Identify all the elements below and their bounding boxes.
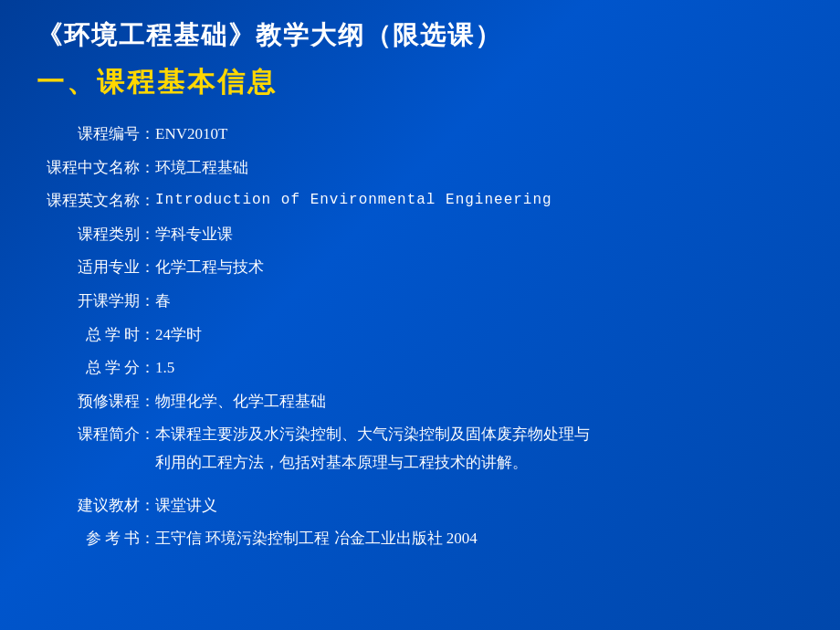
field-label: 开课学期： xyxy=(37,285,155,319)
info-row: 总 学 时：24学时 xyxy=(37,319,803,352)
field-label: 适用专业： xyxy=(37,251,155,285)
info-row: 总 学 分：1.5 xyxy=(37,352,803,385)
field-label: 课程英文名称： xyxy=(37,184,155,218)
field-value: Introduction of Environmental Engineerin… xyxy=(155,184,803,218)
info-table: 课程编号：ENV2010T课程中文名称：环境工程基础课程英文名称：Introdu… xyxy=(37,118,803,556)
info-row: 参 考 书：王守信 环境污染控制工程 冶金工业出版社 2004 xyxy=(37,522,803,556)
field-value: 物理化学、化学工程基础 xyxy=(155,385,803,419)
field-label: 预修课程： xyxy=(37,385,155,419)
field-value: 24学时 xyxy=(155,319,803,352)
page-title: 《环境工程基础》教学大纲（限选课） xyxy=(37,18,803,53)
field-value: 化学工程与技术 xyxy=(155,251,803,285)
field-label: 课程类别： xyxy=(37,218,155,252)
field-value: 课堂讲义 xyxy=(155,489,803,523)
info-row: 适用专业：化学工程与技术 xyxy=(37,251,803,285)
field-value: 环境工程基础 xyxy=(155,152,803,185)
field-value: ENV2010T xyxy=(155,118,803,152)
field-value: 本课程主要涉及水污染控制、大气污染控制及固体废弃物处理与利用的工程方法，包括对基… xyxy=(155,418,803,479)
info-row: 预修课程：物理化学、化学工程基础 xyxy=(37,385,803,419)
info-row: 课程简介：本课程主要涉及水污染控制、大气污染控制及固体废弃物处理与利用的工程方法… xyxy=(37,418,803,479)
field-value: 王守信 环境污染控制工程 冶金工业出版社 2004 xyxy=(155,522,803,556)
info-row: 课程英文名称：Introduction of Environmental Eng… xyxy=(37,184,803,218)
field-value: 春 xyxy=(155,285,803,319)
info-row: 开课学期：春 xyxy=(37,285,803,319)
field-label: 总 学 分： xyxy=(37,352,155,385)
info-row: 课程中文名称：环境工程基础 xyxy=(37,152,803,185)
field-value: 1.5 xyxy=(155,352,803,385)
info-row: 课程编号：ENV2010T xyxy=(37,118,803,152)
field-label: 课程中文名称： xyxy=(37,152,155,185)
field-label: 参 考 书： xyxy=(37,522,155,556)
field-label: 建议教材： xyxy=(37,489,155,523)
spacer-row xyxy=(37,480,803,489)
field-value: 学科专业课 xyxy=(155,218,803,252)
field-label: 课程简介： xyxy=(37,418,155,479)
field-label: 课程编号： xyxy=(37,118,155,152)
info-row: 课程类别：学科专业课 xyxy=(37,218,803,252)
section-heading: 一、课程基本信息 xyxy=(37,64,803,101)
field-label: 总 学 时： xyxy=(37,319,155,352)
slide: 《环境工程基础》教学大纲（限选课） 一、课程基本信息 课程编号：ENV2010T… xyxy=(0,0,840,630)
info-row: 建议教材：课堂讲义 xyxy=(37,489,803,523)
